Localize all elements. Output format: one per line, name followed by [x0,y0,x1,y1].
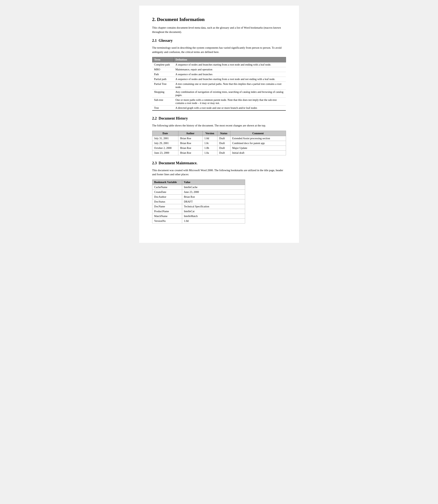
section-2-number: 2. [152,17,156,22]
bookmark-variable: ProductName [152,209,182,214]
glossary-term: MRO [152,67,174,72]
history-table: Date Author Version Status Comment July … [152,131,286,155]
bookmark-row: CacheNameIntelleCache [152,185,245,189]
bookmark-row: DocAuthorBrian Roe [152,194,245,199]
glossary-term: Partial Tree [152,82,174,90]
bookmark-table: Bookmark Variable Value CacheNameIntelle… [152,179,245,223]
history-cell: Draft [217,146,230,150]
bookmark-variable: DocAuthor [152,194,182,199]
section-2-1-intro: The terminology used in describing the s… [152,46,286,54]
section-2-title: 2. Document Information [152,17,205,22]
section-2-1-title: 2.1 Glossary [152,38,173,43]
glossary-term: Tree [152,106,174,111]
section-2-1: 2.1 Glossary The terminology used in des… [152,38,286,111]
history-col-author: Author [178,131,202,136]
history-row: October 2, 2000Brian Roe1.0bDraftMajor U… [152,146,286,150]
bookmark-variable: VersionNo [152,219,182,223]
glossary-row: PathA sequence of nodes and branches [152,72,286,77]
glossary-row: Partial TreeA tree containing one or mor… [152,82,286,90]
history-cell: 1.0b [202,146,217,150]
section-2-3: 2.3 Document Maintenance. This document … [152,161,286,223]
glossary-row: Complete pathA sequence of nodes and bra… [152,62,286,67]
section-2-3-number: 2.3 [152,161,157,165]
glossary-definition: Any combination of navigation of existin… [174,90,286,98]
bookmark-col-variable: Bookmark Variable [152,179,182,185]
glossary-definition: One or more paths with a common parent n… [174,98,286,106]
bookmark-row: ProductNameIntelleCat [152,209,245,214]
glossary-term: Shopping [152,90,174,98]
history-cell: Initial draft [230,150,286,155]
bookmark-value: Technical Specification [182,204,245,209]
glossary-term: Path [152,72,174,77]
glossary-col-term: Term [152,57,174,62]
section-2-3-heading: Document Maintenance. [159,161,197,165]
bookmark-value: 1.0d [182,219,245,223]
history-cell: June 23, 2000 [152,150,178,155]
bookmark-variable: DocStatus [152,199,182,204]
section-2-2-number: 2.2 [152,116,157,120]
glossary-row: MROMaintenance, repair and operation [152,67,286,72]
bookmark-variable: CreateDate [152,189,182,194]
history-cell: Draft [217,141,230,146]
history-cell: July 31, 2001 [152,136,178,141]
bookmark-value: Brian Roe [182,194,245,199]
bookmark-value: IntelleCache [182,185,245,189]
section-2: 2. Document Information This chapter con… [152,17,286,34]
bookmark-variable: DocName [152,204,182,209]
glossary-definition: A sequence of nodes and branches startin… [174,77,286,82]
history-cell: 1.0d [202,136,217,141]
history-cell: Brian Roe [178,141,202,146]
history-header-row: Date Author Version Status Comment [152,131,286,136]
glossary-definition: A sequence of nodes and branches startin… [174,62,286,67]
bookmark-value: IntelleMatch [182,214,245,219]
glossary-header-row: Term Definition [152,57,286,62]
bookmark-header-row: Bookmark Variable Value [152,179,245,185]
history-cell: Combined docs for patent app [230,141,286,146]
history-cell: 1.0c [202,141,217,146]
glossary-term: Partial path [152,77,174,82]
history-col-version: Version [202,131,217,136]
glossary-term: Sub-tree [152,98,174,106]
glossary-row: ShoppingAny combination of navigation of… [152,90,286,98]
history-row: July 29, 2001Brian Roe1.0cDraftCombined … [152,141,286,146]
history-cell: Major Update [230,146,286,150]
history-col-comment: Comment [230,131,286,136]
bookmark-row: CreateDateJune 23, 2000 [152,189,245,194]
glossary-row: Partial pathA sequence of nodes and bran… [152,77,286,82]
section-2-2-intro: The following table shows the history of… [152,124,286,128]
glossary-definition: A directed graph with a root node and on… [174,106,286,111]
history-cell: October 2, 2000 [152,146,178,150]
history-cell: Brian Roe [178,136,202,141]
section-2-1-number: 2.1 [152,38,157,42]
section-2-1-heading: Glossary [159,38,173,42]
history-cell: 1.0a [202,150,217,155]
glossary-definition: A sequence of nodes and branches [174,72,286,77]
section-2-2: 2.2 Document History The following table… [152,116,286,155]
history-cell: Brian Roe [178,150,202,155]
glossary-term: Complete path [152,62,174,67]
section-2-2-heading: Document History [159,116,188,120]
glossary-definition: A tree containing one or more partial pa… [174,82,286,90]
history-row: July 31, 2001Brian Roe1.0dDraftExtended … [152,136,286,141]
history-row: June 23, 2000Brian Roe1.0aDraftInitial d… [152,150,286,155]
history-cell: Extended Assist processing section [230,136,286,141]
section-2-3-title: 2.3 Document Maintenance. [152,161,197,165]
glossary-table: Term Definition Complete pathA sequence … [152,57,286,111]
history-cell: Draft [217,136,230,141]
history-cell: Draft [217,150,230,155]
bookmark-row: VersionNo1.0d [152,219,245,223]
bookmark-variable: MatchName [152,214,182,219]
section-2-intro: This chapter contains document-level met… [152,26,286,34]
bookmark-row: DocStatusDRAFT [152,199,245,204]
history-col-status: Status [217,131,230,136]
history-cell: Brian Roe [178,146,202,150]
bookmark-variable: CacheName [152,185,182,189]
glossary-row: Sub-treeOne or more paths with a common … [152,98,286,106]
page: 2. Document Information This chapter con… [139,6,299,243]
bookmark-value: DRAFT [182,199,245,204]
bookmark-row: DocNameTechnical Specification [152,204,245,209]
section-2-3-intro: This document was created with Microsoft… [152,168,286,177]
bookmark-value: June 23, 2000 [182,189,245,194]
bookmark-col-value: Value [182,179,245,185]
glossary-col-definition: Definition [174,57,286,62]
